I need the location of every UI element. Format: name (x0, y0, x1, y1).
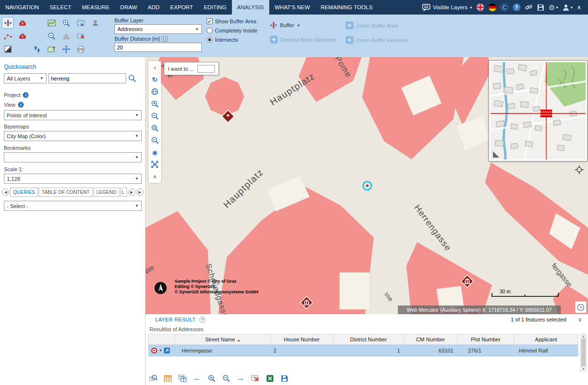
overview-map[interactable] (489, 61, 587, 161)
full-extent-icon[interactable] (150, 160, 160, 169)
project-info-icon[interactable]: i (23, 92, 29, 98)
tab-legend[interactable]: LEGEND (94, 188, 119, 197)
menu-remaining-tools[interactable]: REMAINING TOOLS (315, 0, 378, 15)
tab-table-of-content[interactable]: TABLE OF CONTENT (39, 188, 93, 197)
scroll-down-icon[interactable]: ▼ (582, 367, 585, 370)
column-header-plot-number[interactable]: Plot Number (457, 335, 514, 345)
menu-whats-new[interactable]: WHAT'S NEW (269, 0, 315, 15)
zoom-window-icon[interactable] (150, 123, 160, 133)
basemap-select[interactable]: City Map (Color)▼ (4, 131, 142, 141)
zoom-to-feature-icon[interactable] (163, 347, 170, 354)
help-icon[interactable]: ? (513, 3, 521, 11)
map-flag-tool-icon[interactable] (46, 43, 57, 55)
zoom-in-tool-icon[interactable] (60, 17, 72, 29)
menu-draw[interactable]: DRAW (115, 0, 143, 15)
i-want-to-input[interactable] (197, 65, 215, 73)
previous-result-icon[interactable]: ← (193, 374, 201, 383)
save-result-icon[interactable] (280, 374, 289, 383)
refresh-icon[interactable]: ↻ (150, 75, 160, 84)
swipe-tool-icon[interactable] (2, 43, 14, 55)
buffer-layer-select[interactable]: Addresses▼ (114, 24, 202, 34)
intersects-radio[interactable]: Intersects (207, 37, 257, 43)
menu-navigation[interactable]: NAVIGATION (0, 0, 44, 15)
grid-picker-icon[interactable] (162, 36, 167, 42)
toolbox-secondary-icon[interactable] (16, 30, 28, 42)
copy-table-icon[interactable] (178, 374, 187, 383)
tabs-scroll-right-icon[interactable]: ▶ (128, 189, 135, 196)
zoom-in-result-icon[interactable] (207, 374, 216, 383)
clear-selection-icon[interactable] (251, 374, 260, 383)
save-session-icon[interactable] (537, 4, 544, 11)
tabs-overflow-icon[interactable]: ▶ (136, 189, 144, 196)
highlight-feature-icon[interactable] (151, 347, 158, 354)
export-excel-icon[interactable] (265, 374, 274, 383)
menu-measure[interactable]: MEASURE (77, 0, 115, 15)
language-english-flag-icon[interactable] (476, 3, 484, 11)
measure-line-tool-icon[interactable] (2, 30, 14, 42)
menu-add[interactable]: ADD (143, 0, 165, 15)
gps-position-icon[interactable] (574, 165, 584, 176)
print-tool-icon[interactable] (75, 43, 86, 55)
search-icon[interactable] (128, 74, 136, 82)
language-german-flag-icon[interactable] (489, 3, 496, 11)
quicksearch-input[interactable] (49, 73, 126, 83)
zoom-previous-icon[interactable] (150, 135, 160, 145)
buffer-button[interactable]: Buffer▾ (270, 21, 336, 29)
center-map-icon[interactable]: ◉ (150, 147, 160, 157)
surface-tool-icon[interactable] (60, 30, 72, 42)
quicksearch-link[interactable]: Quicksearch (4, 64, 36, 70)
toolbox-icon[interactable] (16, 17, 28, 29)
zoom-buffer-features-button[interactable]: Zoom Buffer Features (345, 36, 408, 44)
tab-queries[interactable]: QUERIES (10, 188, 38, 197)
zoom-in-icon[interactable] (150, 99, 160, 109)
zoom-out-tool-icon[interactable] (46, 30, 57, 42)
clear-selection-tool-icon[interactable] (75, 30, 86, 42)
next-result-icon[interactable]: → (236, 374, 245, 383)
zoom-to-selection-icon[interactable] (149, 374, 158, 383)
open-table-icon[interactable] (163, 374, 172, 383)
settings-dropdown[interactable]: ⚙▾ (549, 4, 558, 11)
user-dropdown[interactable]: ▾ (562, 4, 572, 11)
collapse-panel-icon[interactable]: ∨ (578, 316, 582, 323)
link-icon[interactable] (525, 3, 533, 11)
column-header-cm-number[interactable]: CM Number (404, 335, 457, 345)
globe-icon[interactable] (150, 87, 160, 96)
menu-editing[interactable]: EDITING (198, 0, 232, 15)
view-select[interactable]: Points of Interest▼ (4, 110, 142, 120)
collapse-ribbon-icon[interactable]: ∧ (577, 4, 581, 11)
search-layer-select[interactable]: All Layers▼ (4, 73, 47, 83)
menu-export[interactable]: EXPORT (165, 0, 198, 15)
completely-inside-radio[interactable]: Completely Inside (207, 28, 257, 33)
layer-result-tab[interactable]: LAYER RESULT (155, 317, 196, 322)
menu-select[interactable]: SELECT (44, 0, 77, 15)
table-row[interactable]: ▼ Herrengasse 2 1 63101 276/1 Himmel Ral… (148, 345, 578, 356)
map-viewport[interactable]: Hauptplatz Hauptplatz Herrengasse Pome S… (146, 57, 588, 314)
query-select[interactable]: - Select -▼ (4, 201, 142, 211)
pan-tool-icon[interactable] (60, 43, 72, 55)
footprints-tool-icon[interactable] (31, 43, 43, 55)
overview-map-tool-icon[interactable] (46, 17, 57, 29)
column-header-applicant[interactable]: Applicant (514, 335, 578, 345)
tab-cut[interactable]: L (120, 188, 127, 197)
scale-select[interactable]: 1,128▼ (4, 174, 142, 184)
zoom-out-result-icon[interactable] (222, 374, 230, 383)
i-want-to-widget[interactable]: I want to ... (164, 62, 219, 75)
zoom-buffer-area-button[interactable]: Zoom Buffer Area (345, 21, 408, 30)
tabs-scroll-left-icon[interactable]: ◀ (2, 189, 9, 196)
column-header-district-number[interactable]: District Number (333, 335, 404, 345)
column-header-street-name[interactable]: Street Name▲ (175, 335, 271, 345)
buffer-tool-icon[interactable] (2, 17, 14, 29)
menu-analysis[interactable]: ANALYSIS (232, 0, 269, 15)
scroll-up-icon[interactable]: ▲ (582, 335, 585, 338)
history-clock-icon[interactable] (575, 301, 587, 313)
visible-layers-dropdown[interactable]: Visible Layers ▾ (422, 4, 472, 11)
stamp-tool-icon[interactable] (89, 17, 101, 29)
column-header-house-number[interactable]: House Number (271, 335, 333, 345)
zoom-out-icon[interactable] (150, 111, 160, 121)
copernicus-icon[interactable]: C (501, 3, 508, 11)
select-rectangle-tool-icon[interactable] (75, 17, 86, 29)
restore-base-selection-button[interactable]: Restore Base Selection (270, 35, 336, 44)
buffer-distance-input[interactable] (114, 43, 202, 52)
show-buffer-area-checkbox[interactable]: ✓Show Buffer Area (207, 18, 257, 24)
collapse-sidebar-icon[interactable]: ‹ (150, 63, 160, 72)
